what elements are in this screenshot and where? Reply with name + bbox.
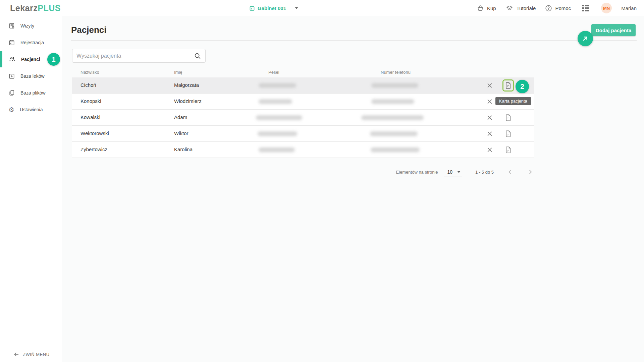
sidebar-item-ustawienia[interactable]: ⚙ Ustawienia bbox=[0, 101, 62, 118]
cell-nazwisko: Konopski bbox=[80, 98, 101, 104]
registration-calendar-icon bbox=[8, 39, 15, 46]
buy-label: Kup bbox=[487, 5, 496, 11]
sidebar-item-baza-plikow[interactable]: Baza plików bbox=[0, 84, 62, 101]
cell-nazwisko: Wektorowski bbox=[80, 130, 109, 136]
cell-imie: Wiktor bbox=[174, 130, 189, 136]
patient-table: Cichoń Małgorzata 2 Konopski Włodzimierz bbox=[72, 77, 534, 158]
instruction-step-badge-1: 1 bbox=[47, 53, 60, 66]
sidebar-item-wizyty[interactable]: Wizyty bbox=[0, 17, 62, 34]
cell-imie: Adam bbox=[174, 114, 187, 120]
redacted-pesel bbox=[259, 99, 292, 104]
sidebar-item-label: Baza plików bbox=[20, 90, 46, 96]
sidebar-item-pacjenci[interactable]: Pacjenci 1 bbox=[0, 51, 62, 68]
buy-link[interactable]: Kup bbox=[477, 5, 496, 11]
collapse-menu-label: ZWIŃ MENU bbox=[23, 352, 50, 357]
cell-imie: Karolina bbox=[174, 146, 193, 152]
patient-card-icon[interactable] bbox=[505, 146, 512, 154]
cell-imie: Małgorzata bbox=[174, 82, 199, 88]
cell-nazwisko: Kowalski bbox=[80, 114, 100, 120]
cell-nazwisko: Zybertowicz bbox=[80, 146, 107, 152]
medicine-box-icon bbox=[8, 73, 15, 79]
per-page-select[interactable]: 10 bbox=[444, 167, 462, 177]
main-content: Pacjenci Dodaj pacjenta Nazwisko Imię Pe… bbox=[62, 16, 644, 362]
tutorials-link[interactable]: Tutoriale bbox=[505, 5, 536, 11]
collapse-menu-button[interactable]: ZWIŃ MENU bbox=[13, 351, 50, 357]
chevron-down-icon bbox=[457, 171, 461, 173]
graduation-cap-icon bbox=[505, 5, 514, 11]
tutorials-label: Tutoriale bbox=[517, 5, 536, 11]
cell-imie: Włodzimierz bbox=[174, 98, 202, 104]
sidebar: Wizyty Rejestracja Pacjenci 1 Baza leków bbox=[0, 16, 62, 362]
user-avatar[interactable]: MN bbox=[601, 3, 612, 13]
redacted-phone bbox=[371, 99, 414, 104]
chevron-down-icon bbox=[295, 7, 298, 9]
question-circle-icon bbox=[545, 5, 552, 12]
redacted-pesel bbox=[259, 147, 295, 152]
table-row[interactable]: Wektorowski Wiktor bbox=[72, 126, 534, 142]
pagination: Elementów na stronie 10 1 - 5 do 5 bbox=[72, 165, 534, 179]
per-page-value: 10 bbox=[447, 169, 452, 175]
arrow-left-icon bbox=[13, 351, 19, 357]
delete-patient-icon[interactable] bbox=[486, 130, 493, 137]
next-page-icon[interactable] bbox=[527, 168, 534, 176]
sidebar-item-label: Ustawienia bbox=[20, 107, 43, 112]
files-copy-icon bbox=[8, 89, 15, 96]
cabinet-name: Gabinet 001 bbox=[258, 5, 286, 11]
previous-page-icon[interactable] bbox=[506, 168, 514, 176]
logo-part-plus: PLUS bbox=[38, 3, 61, 13]
add-patient-button[interactable]: Dodaj pacjenta bbox=[591, 24, 636, 36]
cell-nazwisko: Cichoń bbox=[80, 82, 96, 88]
column-header-pesel: Pesel bbox=[268, 70, 279, 75]
column-header-nazwisko: Nazwisko bbox=[80, 70, 99, 75]
calendar-icon bbox=[249, 5, 255, 11]
help-link[interactable]: Pomoc bbox=[545, 5, 571, 12]
delete-patient-icon[interactable] bbox=[486, 82, 493, 89]
highlight-box bbox=[502, 79, 514, 92]
table-header: Nazwisko Imię Pesel Numer telefonu bbox=[72, 68, 534, 77]
search-input[interactable] bbox=[72, 53, 194, 59]
table-row[interactable]: Konopski Włodzimierz bbox=[72, 94, 534, 110]
gear-icon: ⚙ bbox=[8, 106, 14, 113]
table-row[interactable]: Cichoń Małgorzata 2 bbox=[72, 77, 534, 94]
delete-patient-icon[interactable] bbox=[486, 98, 493, 105]
per-page-label: Elementów na stronie bbox=[396, 170, 438, 175]
topbar-actions: Kup Tutoriale Pomoc MN Marian bbox=[477, 0, 637, 16]
patient-search bbox=[72, 49, 206, 63]
header-divider bbox=[71, 40, 637, 41]
cursor-pointer-icon bbox=[578, 31, 593, 46]
instruction-step-badge-2: 2 bbox=[516, 80, 529, 93]
redacted-phone bbox=[370, 131, 418, 136]
top-bar: LekarzPLUS Gabinet 001 Kup Tutoriale Pom… bbox=[0, 0, 644, 16]
pagination-range: 1 - 5 do 5 bbox=[475, 170, 494, 175]
delete-patient-icon[interactable] bbox=[486, 114, 493, 121]
redacted-pesel bbox=[259, 83, 296, 88]
redacted-pesel bbox=[256, 115, 302, 120]
patient-card-icon[interactable] bbox=[505, 130, 512, 137]
redacted-phone bbox=[361, 115, 424, 120]
visits-document-icon bbox=[8, 22, 15, 29]
page-title: Pacjenci bbox=[71, 25, 107, 35]
delete-patient-icon[interactable] bbox=[486, 146, 493, 153]
logo-part-lekarz: Lekarz bbox=[10, 3, 38, 13]
redacted-phone bbox=[371, 147, 420, 152]
table-row[interactable]: Zybertowicz Karolina bbox=[72, 142, 534, 158]
sidebar-item-baza-lekow[interactable]: Baza leków bbox=[0, 68, 62, 84]
column-header-imie: Imię bbox=[174, 70, 182, 75]
patient-card-icon[interactable] bbox=[505, 114, 512, 121]
redacted-pesel bbox=[258, 131, 297, 136]
cabinet-selector[interactable]: Gabinet 001 bbox=[249, 0, 298, 16]
patients-people-icon bbox=[8, 56, 16, 63]
sidebar-item-label: Rejestracja bbox=[20, 40, 44, 45]
help-label: Pomoc bbox=[555, 5, 571, 11]
column-header-numer-telefonu: Numer telefonu bbox=[381, 70, 411, 75]
user-name[interactable]: Marian bbox=[621, 5, 637, 11]
sidebar-item-rejestracja[interactable]: Rejestracja bbox=[0, 34, 62, 51]
app-logo[interactable]: LekarzPLUS bbox=[10, 3, 61, 13]
apps-grid-icon[interactable] bbox=[582, 5, 589, 11]
tooltip-karta-pacjenta: Karta pacjenta bbox=[495, 97, 531, 105]
sidebar-item-label: Pacjenci bbox=[21, 57, 40, 62]
redacted-phone bbox=[371, 83, 418, 88]
table-row[interactable]: Kowalski Adam bbox=[72, 110, 534, 126]
search-icon[interactable] bbox=[194, 52, 201, 60]
basket-icon bbox=[477, 5, 484, 11]
